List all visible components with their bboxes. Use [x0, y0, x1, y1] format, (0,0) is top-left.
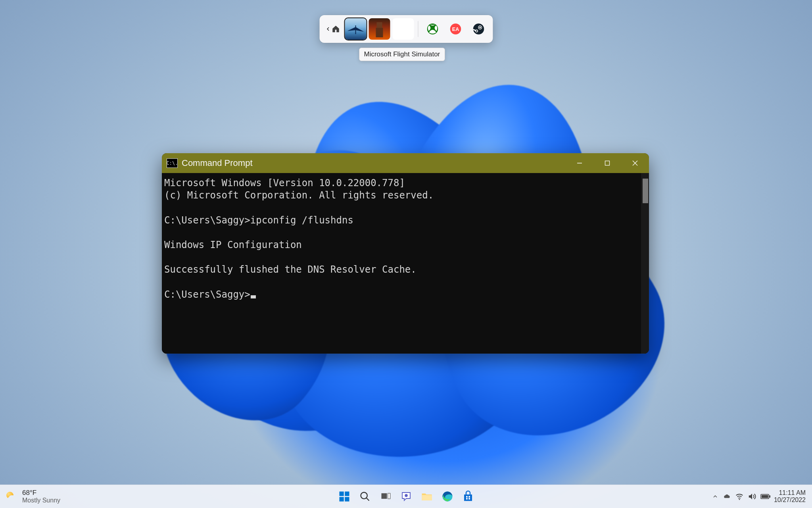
command-prompt-icon: C:\. [167, 158, 178, 168]
gamebar-separator [418, 21, 418, 37]
edge-icon [442, 491, 453, 502]
taskbar: 68°F Mostly Sunny [0, 485, 812, 508]
svg-rect-11 [339, 492, 344, 496]
maximize-button[interactable] [593, 153, 621, 173]
cmd-line: C:\Users\Saggy>ipconfig /flushdns [164, 215, 353, 226]
task-view-icon [380, 491, 391, 502]
svg-rect-23 [466, 498, 468, 500]
svg-text:EA: EA [452, 27, 459, 32]
svg-rect-12 [345, 492, 349, 496]
folder-icon [421, 491, 433, 502]
svg-rect-24 [468, 498, 470, 500]
svg-point-7 [479, 27, 481, 28]
flight-sim-thumbnail [345, 18, 366, 40]
cmd-line: C:\Users\Saggy> [164, 289, 250, 300]
store-button[interactable] [460, 488, 476, 505]
onedrive-tray-icon[interactable] [722, 492, 731, 501]
cmd-line: Successfully flushed the DNS Resolver Ca… [164, 264, 417, 275]
edge-button[interactable] [439, 488, 456, 505]
scrollbar-thumb[interactable] [643, 179, 648, 203]
svg-point-25 [739, 499, 740, 500]
cursor [251, 295, 256, 298]
weather-icon [6, 490, 18, 503]
close-button[interactable] [621, 153, 649, 173]
battery-tray-icon[interactable] [760, 493, 771, 500]
start-button[interactable] [336, 488, 353, 505]
steam-icon [472, 23, 484, 35]
game-tile-forza[interactable] [392, 18, 414, 40]
command-prompt-window: C:\. Command Prompt Microsoft Windows [V… [162, 153, 649, 354]
svg-rect-21 [466, 496, 468, 498]
task-view-button[interactable] [377, 488, 394, 505]
maximize-icon [604, 160, 610, 166]
svg-rect-18 [388, 493, 390, 499]
svg-rect-22 [468, 496, 470, 498]
svg-rect-17 [381, 493, 387, 499]
weather-temp: 68°F [22, 489, 60, 497]
gamebar-home-button[interactable] [323, 24, 342, 34]
game-tile-minecraft-dungeons[interactable] [369, 18, 390, 40]
clock-date: 10/27/2022 [774, 496, 806, 504]
show-hidden-icons-button[interactable] [712, 493, 718, 500]
chat-icon [400, 491, 412, 502]
launcher-ea[interactable]: EA [447, 21, 463, 37]
volume-tray-icon[interactable] [748, 492, 756, 501]
svg-point-5 [473, 23, 484, 35]
xbox-icon [426, 23, 438, 35]
chat-button[interactable] [398, 488, 415, 505]
svg-line-16 [366, 498, 369, 501]
cmd-line: (c) Microsoft Corporation. All rights re… [164, 190, 434, 201]
tooltip-text: Microsoft Flight Simulator [364, 50, 440, 58]
game-tooltip: Microsoft Flight Simulator [359, 48, 445, 61]
game-tile-flight-simulator[interactable] [345, 18, 366, 40]
svg-point-15 [361, 493, 367, 499]
ea-icon: EA [449, 23, 461, 35]
minimize-icon [576, 160, 583, 166]
home-icon [331, 25, 340, 33]
wifi-tray-icon[interactable] [735, 492, 744, 501]
minecraft-thumbnail [369, 18, 390, 40]
svg-rect-13 [339, 497, 344, 501]
weather-condition: Mostly Sunny [22, 497, 60, 504]
gamebar-widget: EA [319, 15, 493, 43]
windows-icon [338, 491, 350, 502]
cmd-line: Windows IP Configuration [164, 239, 302, 250]
minimize-button[interactable] [566, 153, 593, 173]
taskbar-weather-widget[interactable]: 68°F Mostly Sunny [0, 489, 60, 504]
search-icon [359, 491, 370, 502]
store-icon [462, 491, 474, 502]
launcher-steam[interactable] [470, 21, 486, 37]
file-explorer-button[interactable] [418, 488, 435, 505]
scrollbar-track[interactable] [641, 173, 649, 354]
svg-rect-27 [769, 495, 770, 498]
svg-point-19 [405, 494, 408, 497]
svg-rect-28 [762, 495, 768, 498]
svg-rect-14 [345, 497, 349, 501]
launcher-xbox[interactable] [424, 21, 440, 37]
command-prompt-body[interactable]: Microsoft Windows [Version 10.0.22000.77… [162, 173, 649, 354]
window-title: Command Prompt [182, 158, 253, 168]
close-icon [632, 160, 638, 166]
clock-time: 11:11 AM [774, 489, 806, 496]
cmd-line: Microsoft Windows [Version 10.0.22000.77… [164, 177, 405, 189]
search-button[interactable] [357, 488, 373, 505]
svg-rect-0 [376, 22, 382, 28]
svg-rect-10 [605, 161, 610, 165]
command-prompt-titlebar[interactable]: C:\. Command Prompt [162, 153, 649, 173]
taskbar-clock[interactable]: 11:11 AM 10/27/2022 [774, 489, 806, 504]
svg-rect-1 [376, 28, 383, 37]
chevron-left-icon [326, 27, 330, 31]
